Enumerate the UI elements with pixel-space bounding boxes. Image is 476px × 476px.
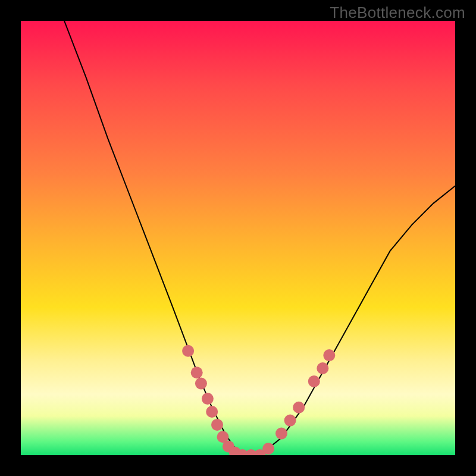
bottleneck-curve-svg bbox=[21, 21, 455, 455]
chart-frame: TheBottleneck.com bbox=[0, 0, 476, 476]
bottleneck-curve-path bbox=[64, 21, 455, 455]
curve-marker bbox=[275, 428, 287, 440]
marker-group bbox=[182, 345, 335, 455]
curve-group bbox=[64, 21, 455, 455]
curve-marker bbox=[191, 367, 203, 378]
curve-marker bbox=[262, 443, 274, 455]
plot-area bbox=[21, 21, 455, 455]
curve-marker bbox=[284, 415, 296, 427]
curve-marker bbox=[211, 419, 223, 431]
curve-marker bbox=[308, 375, 320, 387]
curve-marker bbox=[182, 345, 194, 357]
curve-marker bbox=[202, 393, 214, 405]
curve-marker bbox=[317, 362, 328, 374]
curve-marker bbox=[195, 378, 207, 390]
curve-marker bbox=[323, 349, 335, 361]
watermark-text: TheBottleneck.com bbox=[330, 4, 465, 22]
curve-marker bbox=[206, 406, 218, 418]
curve-marker bbox=[293, 402, 305, 414]
